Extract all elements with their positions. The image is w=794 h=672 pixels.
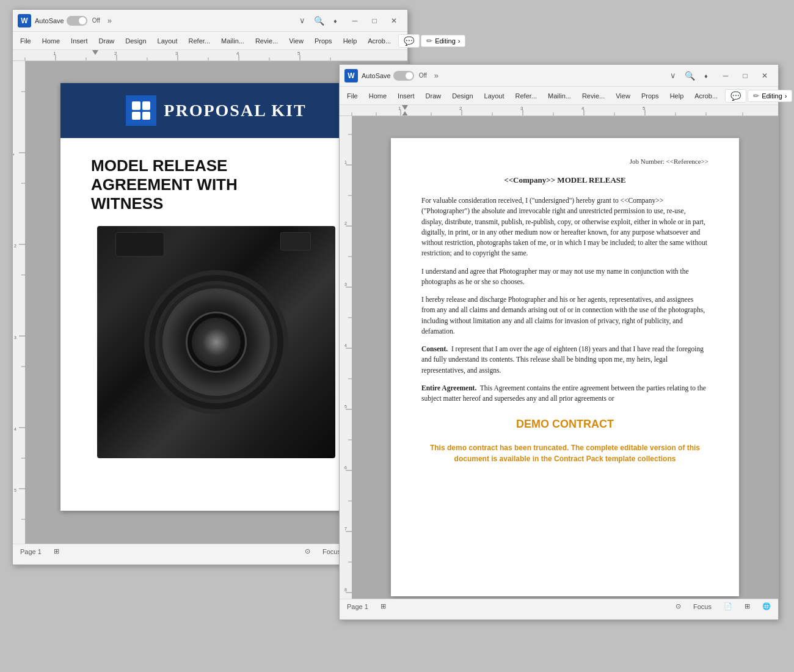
window-controls-2: ─ □ ✕ [717,70,773,82]
tab-help-1[interactable]: Help [338,35,362,47]
tab-layout-2[interactable]: Layout [479,90,509,102]
tab-review-1[interactable]: Revie... [250,35,283,47]
tab-home-2[interactable]: Home [364,90,392,102]
comment-btn-2[interactable]: 💬 [725,89,746,103]
minimize-btn-1[interactable]: ─ [346,15,363,27]
ruler-2: 1 2 3 4 5 [340,105,778,116]
svg-text:3: 3 [520,106,523,111]
svg-text:4: 4 [236,51,239,56]
title-line1: MODEL RELEASE [91,156,341,175]
tab-help-2[interactable]: Help [665,90,689,102]
window-controls-1: ─ □ ✕ [346,15,402,27]
svg-text:5: 5 [344,404,347,409]
svg-rect-0 [13,50,407,61]
tab-design-1[interactable]: Design [120,35,151,47]
tab-design-2[interactable]: Design [447,90,478,102]
demo-description: This demo contract has been truncated. T… [421,442,708,464]
editing-label-1: Editing [435,37,456,45]
status-bar-2: Page 1 ⊞ ⊙ Focus 📄 ⊞ 🌐 [340,599,778,613]
svg-text:4: 4 [344,343,347,348]
demo-contract-heading: DEMO CONTRACT [421,416,708,433]
tab-acrobat-2[interactable]: Acrob... [690,90,723,102]
svg-text:2: 2 [344,221,347,225]
proposal-kit-grid [132,101,150,120]
title-line3: WITNESS [91,194,341,213]
svg-text:2: 2 [14,244,16,248]
tab-references-2[interactable]: Refer... [511,90,542,102]
maximize-btn-1[interactable]: □ [366,15,383,27]
camera-image [97,226,335,458]
cover-header: PROPOSAL KIT [60,83,372,138]
comment-btn-1[interactable]: 💬 [398,34,420,48]
entire-agreement-para: Entire Agreement. This Agreement contain… [421,383,708,404]
consent-text: I represent that I am over the age of ei… [421,345,704,374]
svg-text:3: 3 [14,335,16,340]
tab-draw-2[interactable]: Draw [421,90,446,102]
search-icon-1[interactable]: 🔍 [314,16,324,26]
svg-text:1: 1 [398,106,401,111]
close-btn-2[interactable]: ✕ [756,70,773,82]
vertical-ruler-1: 1 2 3 4 5 6 [13,61,25,544]
view-icon-doc-2: 📄 [724,602,732,610]
more-options-1[interactable]: » [107,16,112,25]
svg-text:3: 3 [344,282,347,287]
word-logo-1: W [18,14,31,27]
svg-text:6: 6 [344,466,347,470]
autosave-toggle-1[interactable] [67,16,87,26]
titlebar-2: W AutoSave Off » ∨ 🔍 ⬧ ─ □ ✕ [340,65,778,87]
content-doc: Job Number: <<Reference>> <<Company>> MO… [391,138,739,483]
tab-insert-2[interactable]: Insert [393,90,420,102]
para1: For valuable consideration received, I (… [421,195,708,259]
para2: I understand and agree that Photographer… [421,266,708,288]
ribbon-2: File Home Insert Draw Design Layout Refe… [340,87,778,105]
tab-home-1[interactable]: Home [37,35,65,47]
svg-text:4: 4 [14,427,16,431]
svg-text:5: 5 [14,488,16,492]
nav-arrows-2[interactable]: ∨ [670,71,676,80]
autosave-toggle-2[interactable] [393,71,414,81]
doc-page-1[interactable]: PROPOSAL KIT MODEL RELEASE AGREEMENT WIT… [60,83,372,511]
editing-btn-1[interactable]: ✏ Editing › [421,35,465,47]
doc-page-2[interactable]: Job Number: <<Reference>> <<Company>> MO… [391,138,739,596]
editing-chevron-2: › [785,92,787,100]
doc-area-2: 1 2 3 4 5 6 7 8 [340,116,778,599]
tab-view-2[interactable]: View [611,90,635,102]
more-options-2[interactable]: » [434,71,439,80]
cover-brand: PROPOSAL KIT [164,101,306,120]
svg-text:7: 7 [344,527,347,531]
tab-mailings-2[interactable]: Mailin... [543,90,576,102]
consent-para: Consent. I represent that I am over the … [421,344,708,376]
editing-btn-2[interactable]: ✏ Editing › [748,90,792,102]
diamond-icon-2: ⬧ [704,71,708,80]
tab-draw-1[interactable]: Draw [94,35,120,47]
tab-layout-1[interactable]: Layout [153,35,183,47]
tab-insert-1[interactable]: Insert [66,35,93,47]
nav-arrows-1[interactable]: ∨ [299,16,305,25]
vruler-svg-2: 1 2 3 4 5 6 7 8 [340,116,352,599]
tab-props-2[interactable]: Props [636,90,664,102]
maximize-btn-2[interactable]: □ [737,70,754,82]
ruler-1: 1 2 3 4 5 [13,50,407,61]
tab-view-1[interactable]: View [284,35,308,47]
search-icon-2[interactable]: 🔍 [685,71,695,81]
editing-chevron-1: › [458,37,461,45]
doc-title: MODEL RELEASE AGREEMENT WITH WITNESS [60,138,372,214]
minimize-btn-2[interactable]: ─ [717,70,734,82]
tab-references-1[interactable]: Refer... [184,35,215,47]
page-indicator-1: Page 1 [20,548,42,555]
page-indicator-2: Page 1 [347,603,368,610]
focus-icon-2: ⊙ [676,602,681,610]
layout-icon-2: ⊞ [381,602,386,610]
vruler-svg-1: 1 2 3 4 5 6 [13,61,25,544]
tab-file-2[interactable]: File [342,90,363,102]
close-btn-1[interactable]: ✕ [385,15,402,27]
tab-file-1[interactable]: File [15,35,36,47]
tab-acrobat-1[interactable]: Acrob... [363,35,396,47]
title-line2: AGREEMENT WITH [91,175,341,194]
para3: I hereby release and discharge Photograp… [421,294,708,337]
tab-props-1[interactable]: Props [310,35,337,47]
tab-mailings-1[interactable]: Mailin... [216,35,249,47]
svg-text:8: 8 [344,588,347,592]
tab-review-2[interactable]: Revie... [577,90,610,102]
job-number: Job Number: <<Reference>> [421,156,708,167]
